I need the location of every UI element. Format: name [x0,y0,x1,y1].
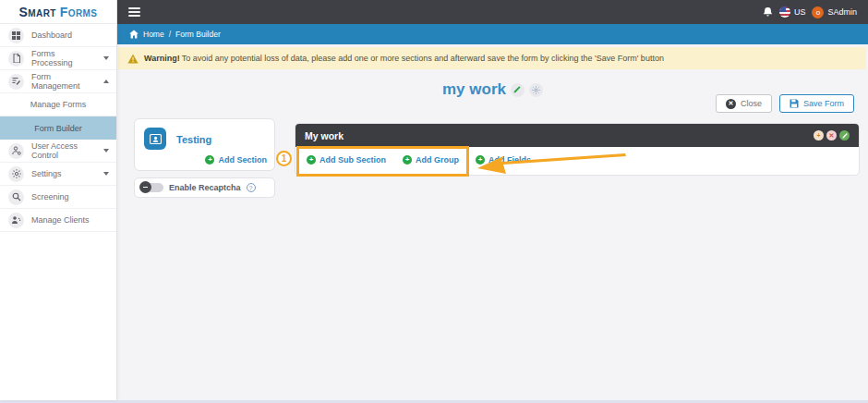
tutorial-step-badge: 1 [276,151,292,166]
app-logo[interactable]: Smart Forms [0,0,116,24]
add-group-button[interactable]: + Add Group [403,155,459,165]
add-sub-section-button[interactable]: + Add Sub Section [307,155,386,165]
chevron-up-icon [103,79,109,83]
warning-title: Warning! [144,54,180,63]
search-icon [8,189,24,205]
work-panel: My work + ✕ + Add Sub Section + Add Grou… [295,123,860,176]
sidebar-item-form-builder[interactable]: Form Builder [0,116,116,140]
recaptcha-card: Enable Recaptcha ? [134,177,275,198]
work-panel-header: My work + ✕ [295,124,859,147]
recaptcha-label: Enable Recaptcha [169,183,241,192]
document-icon [8,51,24,67]
delete-icon[interactable]: ✕ [826,130,837,140]
form-title: my work [442,80,506,99]
close-icon: ✕ [726,99,736,109]
us-flag-icon [779,6,790,18]
sidebar-item-label: Forms Processing [31,49,96,67]
sidebar-item-forms-processing[interactable]: Forms Processing [0,47,116,70]
plus-icon: + [476,155,485,165]
plus-icon: + [403,155,412,165]
work-panel-title: My work [305,130,344,141]
save-button-label: Save Form [803,99,844,108]
warning-message: To avoid any potential loss of data, ple… [182,54,664,63]
add-fields-label: Add Fields [488,155,531,165]
avatar: o [812,6,824,18]
close-button[interactable]: ✕ Close [716,94,772,113]
sidebar-item-manage-clients[interactable]: Manage Clients [0,209,116,232]
help-icon[interactable]: ? [247,183,256,192]
work-panel-body: + Add Sub Section + Add Group + Add Fiel… [295,147,859,173]
form-edit-icon [8,74,24,90]
warning-text: Warning!To avoid any potential loss of d… [144,54,664,63]
sidebar-subitem-label: Manage Forms [30,100,87,109]
people-icon [8,213,24,228]
chevron-down-icon [103,149,109,153]
language-selector[interactable]: US [779,6,806,18]
chevron-down-icon [103,56,109,60]
username-label: SAdmin [827,7,857,17]
plus-icon: + [307,155,316,165]
section-card-testing: Testing + Add Section [134,118,275,171]
sidebar-item-label: User Access Control [31,141,96,160]
home-icon[interactable] [129,30,139,39]
add-section-button[interactable]: + Add Section [205,155,267,165]
work-panel-header-icons: + ✕ [814,130,850,140]
topbar: US o SAdmin [117,0,868,24]
edit-pencil-icon[interactable] [839,130,850,140]
add-fields-button[interactable]: + Add Fields [476,155,531,165]
sidebar-item-form-management[interactable]: Form Management [0,70,116,93]
chevron-down-icon [103,172,109,176]
sidebar-item-label: Manage Clients [31,215,90,225]
notifications-bell-icon[interactable] [763,6,773,18]
breadcrumb-current-page: Form Builder [175,30,221,39]
edit-title-button[interactable] [511,83,524,97]
sidebar-item-user-access-control[interactable]: User Access Control [0,140,116,163]
section-id-card-icon [144,128,166,150]
section-title: Testing [176,134,211,145]
dashboard-icon [8,28,24,43]
plus-icon: + [205,155,214,165]
save-icon [790,99,799,108]
warning-banner: Warning!To avoid any potential loss of d… [118,47,866,69]
add-group-label: Add Group [416,155,459,165]
sidebar-item-manage-forms[interactable]: Manage Forms [0,93,116,116]
language-label: US [794,7,806,17]
sidebar-item-dashboard[interactable]: Dashboard [0,24,116,47]
sidebar-item-label: Form Management [31,72,96,91]
gear-icon [8,166,24,182]
hamburger-menu-icon[interactable] [128,6,140,18]
add-sub-section-label: Add Sub Section [319,155,386,165]
sidebar: Smart Forms Dashboard Forms Processing F… [0,0,117,400]
add-section-label: Add Section [218,155,267,165]
add-icon[interactable]: + [814,130,824,140]
sidebar-subitem-label: Form Builder [34,124,82,133]
save-form-button[interactable]: Save Form [779,94,854,113]
breadcrumb: Home / Form Builder [117,24,868,44]
breadcrumb-separator: / [169,30,171,39]
sidebar-item-label: Screening [31,192,69,202]
breadcrumb-home[interactable]: Home [143,30,164,39]
sidebar-item-label: Settings [31,169,62,178]
enable-recaptcha-toggle[interactable] [141,183,163,192]
logo-part-forms: Forms [60,5,98,19]
toggle-knob [139,181,151,193]
logo-part-smart: Smart [19,5,56,19]
sidebar-item-label: Dashboard [31,31,72,40]
form-settings-icon[interactable] [529,83,543,97]
sidebar-item-settings[interactable]: Settings [0,163,116,186]
user-gear-icon [8,143,24,159]
close-button-label: Close [741,99,762,108]
form-actions: ✕ Close Save Form [716,94,854,113]
sidebar-item-screening[interactable]: Screening [0,186,116,209]
user-menu[interactable]: o SAdmin [812,6,857,18]
warning-triangle-icon [127,54,139,64]
